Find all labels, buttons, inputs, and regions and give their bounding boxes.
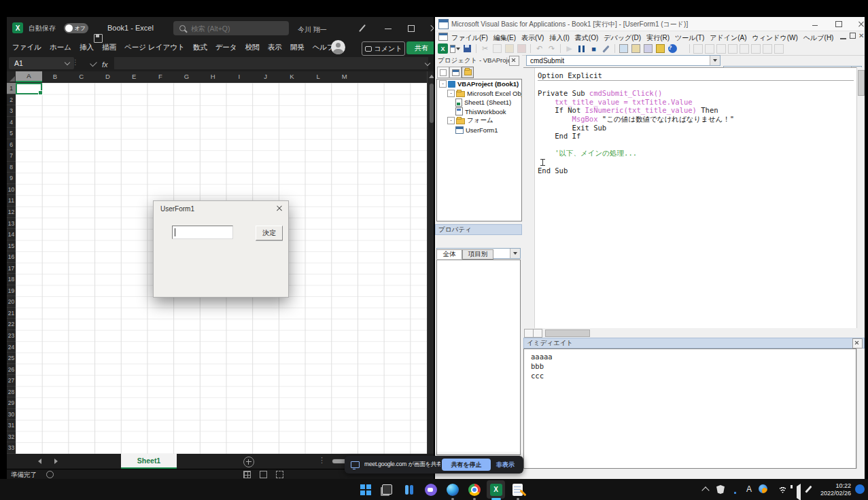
scroll-up-icon[interactable] xyxy=(429,75,434,78)
clock[interactable]: 10:22 2022/02/26 xyxy=(817,482,851,497)
code-line-8[interactable]: End If xyxy=(538,132,854,141)
row-header-22[interactable]: 22 xyxy=(7,319,16,330)
notepad-taskbar-button[interactable] xyxy=(508,480,527,499)
code-line-11[interactable] xyxy=(538,158,854,166)
insert-userform-icon[interactable] xyxy=(450,43,460,54)
row-header-4[interactable]: 4 xyxy=(7,117,16,128)
immediate-vertical-scrollbar[interactable] xyxy=(856,349,865,469)
close-button[interactable] xyxy=(423,17,435,39)
row-header-31[interactable]: 31 xyxy=(7,420,16,431)
ime-mode-icon[interactable]: A xyxy=(746,484,752,494)
start-button[interactable] xyxy=(356,480,375,499)
close-immediate-icon[interactable] xyxy=(852,338,863,349)
procedure-view-icon[interactable] xyxy=(524,329,534,338)
chat-button[interactable] xyxy=(421,480,440,499)
share-button[interactable]: 共有 xyxy=(406,41,435,54)
search-box[interactable] xyxy=(173,21,289,35)
tab-options-icon[interactable]: ⋮ xyxy=(318,456,326,465)
uncomment-block-icon[interactable] xyxy=(728,44,737,54)
sheet-tab-sheet1[interactable]: Sheet1 xyxy=(121,454,177,469)
row-header-23[interactable]: 23 xyxy=(7,330,16,342)
ribbon-tab-4[interactable]: ページ レイアウト xyxy=(120,39,189,55)
indent-icon[interactable] xyxy=(693,44,703,54)
column-header-F[interactable]: F xyxy=(147,71,174,82)
row-header-3[interactable]: 3 xyxy=(7,105,16,117)
tab-alphabetic[interactable]: 全体 xyxy=(436,249,462,260)
row-header-6[interactable]: 6 xyxy=(7,139,16,151)
notification-badge[interactable] xyxy=(855,484,865,494)
page-break-view-icon[interactable] xyxy=(276,471,283,478)
select-all-corner[interactable] xyxy=(7,71,16,82)
vba-maximize-button[interactable] xyxy=(831,18,846,29)
row-header-17[interactable]: 17 xyxy=(7,263,16,274)
collapse-toggle-icon[interactable]: - xyxy=(439,80,447,88)
copy-icon[interactable] xyxy=(492,43,502,54)
excel-taskbar-button[interactable] xyxy=(487,480,505,499)
defender-icon[interactable] xyxy=(716,485,725,494)
ribbon-tab-7[interactable]: 校閲 xyxy=(241,39,264,55)
comment-block-icon[interactable] xyxy=(716,44,726,54)
column-header-J[interactable]: J xyxy=(252,71,279,82)
column-header-G[interactable]: G xyxy=(173,71,200,82)
run-icon[interactable]: ▶ xyxy=(564,43,574,54)
view-code-button[interactable] xyxy=(437,67,449,78)
row-header-28[interactable]: 28 xyxy=(7,387,16,398)
row-header-5[interactable]: 5 xyxy=(7,128,16,139)
code-line-6[interactable]: MsgBox "この値は数値でなければなりません！" xyxy=(538,115,854,124)
toggle-folders-button[interactable] xyxy=(462,67,474,78)
row-header-18[interactable]: 18 xyxy=(7,274,16,285)
row-header-20[interactable]: 20 xyxy=(7,296,16,308)
collapse-toggle-icon[interactable]: - xyxy=(447,90,455,97)
column-header-D[interactable]: D xyxy=(94,71,121,82)
userform-titlebar[interactable]: UserForm1 xyxy=(154,201,288,216)
child-restore-icon[interactable] xyxy=(850,33,856,39)
minimize-button[interactable] xyxy=(378,17,398,39)
dropdown-arrow-icon[interactable] xyxy=(710,56,720,65)
column-header-E[interactable]: E xyxy=(121,71,147,82)
undo-icon[interactable]: ↶ xyxy=(534,43,544,54)
design-mode-icon[interactable] xyxy=(601,43,611,54)
task-view-button[interactable] xyxy=(378,480,396,499)
stop-sharing-button[interactable]: 共有を停止 xyxy=(442,459,491,471)
code-line-5[interactable]: If Not IsNumeric(txt_title_value) Then xyxy=(538,106,854,115)
format-painter-icon[interactable] xyxy=(517,43,527,54)
comments-button[interactable]: コメント xyxy=(362,41,405,56)
row-header-14[interactable]: 14 xyxy=(7,229,16,240)
row-header-24[interactable]: 24 xyxy=(7,342,16,353)
object-dropdown[interactable]: cmdSubmit xyxy=(526,55,721,66)
code-line-2[interactable] xyxy=(538,80,854,90)
userform-text-input[interactable] xyxy=(172,226,233,239)
redo-icon[interactable]: ↷ xyxy=(546,43,557,54)
column-header-C[interactable]: C xyxy=(68,71,94,82)
search-input[interactable] xyxy=(190,24,274,33)
ribbon-tab-1[interactable]: ホーム xyxy=(46,39,75,55)
hide-button[interactable]: 非表示 xyxy=(496,461,515,469)
name-box[interactable]: A1 xyxy=(9,57,74,69)
row-header-26[interactable]: 26 xyxy=(7,364,16,376)
project-explorer-icon[interactable] xyxy=(619,43,629,54)
excel-app-icon[interactable] xyxy=(12,22,23,33)
column-header-I[interactable]: I xyxy=(226,71,253,82)
column-header-B[interactable]: B xyxy=(42,71,69,82)
column-header-K[interactable]: K xyxy=(279,71,305,82)
collapse-toggle-icon[interactable]: - xyxy=(447,117,455,124)
row-header-30[interactable]: 30 xyxy=(7,409,16,421)
help-icon[interactable] xyxy=(667,43,678,54)
full-module-view-icon[interactable] xyxy=(533,329,542,338)
volume-icon[interactable] xyxy=(797,484,801,500)
accessibility-icon[interactable] xyxy=(46,471,54,478)
previous-bookmark-icon[interactable] xyxy=(763,44,772,54)
row-header-19[interactable]: 19 xyxy=(7,285,16,297)
row-header-21[interactable]: 21 xyxy=(7,308,16,319)
tray-expand-chevron[interactable] xyxy=(701,486,709,494)
code-margin[interactable] xyxy=(523,68,535,329)
reset-icon[interactable]: ■ xyxy=(589,43,599,54)
row-header-9[interactable]: 9 xyxy=(7,173,16,184)
tree-item[interactable]: -Microsoft Excel Objects xyxy=(437,89,521,99)
dropdown-arrow-icon[interactable] xyxy=(510,249,520,258)
row-header-11[interactable]: 11 xyxy=(7,195,16,207)
code-line-10[interactable]: '以下、メインの処理... xyxy=(538,149,854,158)
widgets-button[interactable] xyxy=(400,480,418,499)
cut-icon[interactable]: ✂ xyxy=(480,43,490,54)
selected-cell-a1[interactable] xyxy=(16,83,42,94)
